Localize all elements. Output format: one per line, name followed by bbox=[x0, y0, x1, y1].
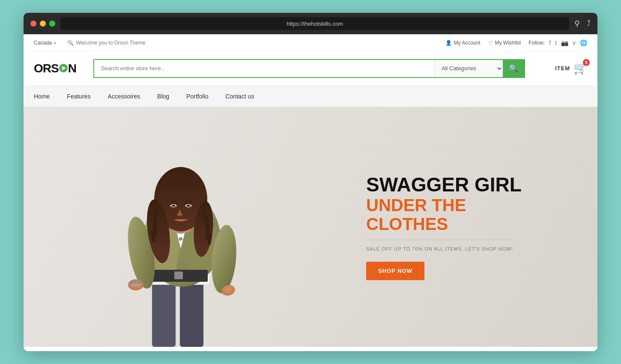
url-text: https://thehotskills.com bbox=[287, 21, 343, 27]
my-wishlist-label: My Wishlist bbox=[495, 40, 521, 46]
close-button[interactable] bbox=[30, 21, 36, 27]
hero-title-sub: UNDER THE CLOTHES bbox=[366, 196, 546, 233]
site-header: ORS N All Categories Clothing Accessorie… bbox=[24, 51, 597, 86]
top-bar-right: 👤 My Account ♡ My Wishlist Follow: f t 📷… bbox=[445, 39, 588, 46]
search-icon: 🔍 bbox=[509, 64, 518, 73]
svg-rect-0 bbox=[152, 278, 176, 347]
search-button[interactable]: 🔍 bbox=[503, 60, 524, 77]
welcome-message: 🔍 Welcome you to Orson Theme bbox=[67, 40, 145, 46]
main-navigation: Home Features Accessoires Blog Portfolio… bbox=[24, 86, 597, 107]
logo-text-after: N bbox=[68, 62, 76, 75]
svg-rect-1 bbox=[180, 278, 203, 347]
logo-play-icon bbox=[59, 64, 68, 72]
facebook-icon[interactable]: f bbox=[549, 39, 551, 46]
nav-item-features[interactable]: Features bbox=[67, 93, 90, 100]
cart-area: ITEM 🛒 0 bbox=[555, 62, 587, 75]
svg-point-24 bbox=[130, 283, 141, 286]
search-area: All Categories Clothing Accessories Shoe… bbox=[93, 59, 525, 78]
category-select[interactable]: All Categories Clothing Accessories Shoe… bbox=[434, 60, 503, 77]
vimeo-icon[interactable]: v bbox=[573, 39, 576, 46]
cart-button[interactable]: 🛒 0 bbox=[573, 62, 587, 75]
browser-window: https://thehotskills.com ⚲ ⤴ Canada + 🔍 … bbox=[24, 13, 597, 351]
address-bar[interactable]: https://thehotskills.com bbox=[60, 17, 569, 30]
search-input[interactable] bbox=[94, 60, 434, 77]
search-browser-icon[interactable]: ⚲ bbox=[574, 19, 580, 28]
globe-icon[interactable]: 🌐 bbox=[580, 39, 587, 46]
canada-plus: + bbox=[54, 40, 56, 45]
top-bar-left: Canada + 🔍 Welcome you to Orson Theme bbox=[34, 40, 146, 46]
browser-chrome: https://thehotskills.com ⚲ ⤴ bbox=[24, 13, 597, 34]
my-wishlist-link[interactable]: ♡ My Wishlist bbox=[488, 40, 521, 46]
browser-icons: ⚲ ⤴ bbox=[574, 19, 591, 28]
svg-rect-7 bbox=[174, 272, 183, 279]
nav-item-blog[interactable]: Blog bbox=[157, 93, 169, 100]
expand-icon[interactable]: ⤴ bbox=[587, 19, 591, 28]
cart-count-badge: 0 bbox=[583, 59, 590, 66]
my-account-link[interactable]: 👤 My Account bbox=[445, 40, 481, 46]
svg-point-22 bbox=[179, 237, 182, 241]
my-account-label: My Account bbox=[454, 40, 481, 46]
hero-content: SWAGGER GIRL UNDER THE CLOTHES SALE OFF … bbox=[366, 174, 546, 280]
nav-item-home[interactable]: Home bbox=[34, 93, 50, 100]
maximize-button[interactable] bbox=[49, 21, 55, 27]
canada-label: Canada bbox=[34, 40, 52, 46]
site-logo[interactable]: ORS N bbox=[34, 62, 76, 75]
instagram-icon[interactable]: 📷 bbox=[561, 39, 568, 46]
top-bar: Canada + 🔍 Welcome you to Orson Theme 👤 … bbox=[24, 34, 597, 51]
nav-item-accessoires[interactable]: Accessoires bbox=[108, 93, 140, 100]
account-icon: 👤 bbox=[445, 40, 452, 46]
logo-text-before: ORS bbox=[34, 62, 59, 75]
hero-person-svg bbox=[109, 137, 255, 347]
hero-description: SALE OFF UP TO 70% ON ALL ITEMS. LET'S S… bbox=[366, 246, 546, 251]
hero-divider bbox=[366, 239, 512, 240]
hero-figure bbox=[101, 124, 263, 347]
wishlist-icon: ♡ bbox=[488, 40, 493, 46]
twitter-icon[interactable]: t bbox=[555, 39, 557, 46]
cart-label: ITEM bbox=[555, 65, 570, 72]
hero-section: SWAGGER GIRL UNDER THE CLOTHES SALE OFF … bbox=[24, 107, 597, 347]
nav-item-portfolio[interactable]: Portfolio bbox=[186, 93, 208, 100]
follow-section: Follow: f t 📷 v 🌐 bbox=[528, 39, 587, 46]
hero-title-main: SWAGGER GIRL bbox=[366, 174, 546, 196]
welcome-text: Welcome you to Orson Theme bbox=[76, 40, 145, 46]
shop-now-button[interactable]: SHOP NOW bbox=[366, 262, 424, 280]
canada-selector[interactable]: Canada + bbox=[34, 40, 56, 46]
minimize-button[interactable] bbox=[40, 21, 46, 27]
search-small-icon: 🔍 bbox=[67, 40, 74, 46]
follow-label: Follow: bbox=[528, 40, 545, 46]
traffic-lights bbox=[30, 21, 55, 27]
nav-item-contact[interactable]: Contact us bbox=[225, 93, 254, 100]
